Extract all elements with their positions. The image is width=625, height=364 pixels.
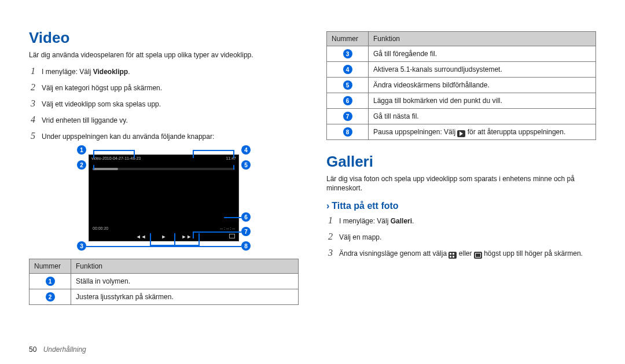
video-intro: Lär dig använda videospelaren för att sp…	[29, 50, 299, 60]
step-num: 2	[29, 80, 37, 94]
row-badge: 5	[343, 80, 352, 90]
step-text: I menyläge: Välj Videoklipp.	[42, 67, 130, 77]
callout-7: 7	[241, 227, 251, 236]
table-header-number: Nummer	[327, 32, 369, 46]
step-text: Ändra visningsläge genom att välja eller…	[339, 248, 583, 259]
row-badge: 3	[343, 49, 352, 58]
aspect-icon	[229, 234, 235, 238]
player-controls: ◄◄►►►	[89, 234, 238, 240]
gallery-intro: Lär dig visa foton och spela upp videokl…	[326, 174, 596, 193]
player-progress	[93, 168, 235, 170]
row-text: Gå till föregående fil.	[369, 46, 596, 62]
step-text: Vrid enheten till liggande vy.	[42, 115, 128, 126]
row-text: Aktivera 5.1-kanals surroundljudsystemet…	[369, 62, 596, 78]
chevron-right-icon: ›	[326, 201, 329, 211]
row-text: Ändra videoskärmens bildförhållande.	[369, 78, 596, 93]
step-num: 1	[326, 214, 334, 227]
footer-section: Underhållning	[43, 345, 86, 354]
callout-3: 3	[77, 241, 86, 251]
table-row: 5Ändra videoskärmens bildförhållande.	[327, 78, 596, 93]
table-header-function: Funktion	[369, 32, 596, 46]
table-header-number: Nummer	[30, 259, 71, 274]
page-number: 50	[29, 345, 36, 354]
step-num: 5	[29, 129, 37, 143]
table-row: 8 Pausa uppspelningen: Välj för att åter…	[327, 124, 596, 140]
row-text: Ställa in volymen.	[71, 274, 299, 289]
step-num: 1	[29, 64, 37, 78]
player-time-remaining: -- : -- : --	[220, 226, 235, 230]
step-num: 2	[326, 230, 334, 244]
step-text: Välj ett videoklipp som ska spelas upp.	[42, 99, 161, 109]
row-badge: 1	[46, 277, 55, 286]
table-header-function: Funktion	[71, 259, 299, 274]
callout-6: 6	[241, 212, 251, 222]
table-row: 3Gå till föregående fil.	[327, 46, 596, 62]
grid-icon	[448, 252, 457, 259]
table-row: 6Lägga till bokmärken vid den punkt du v…	[327, 93, 596, 109]
player-clock: 11:47	[226, 156, 236, 160]
row-badge: 2	[46, 292, 55, 302]
player-time-current: 00:00:20	[93, 226, 108, 230]
table-row: 1 Ställa in volymen.	[30, 274, 299, 289]
callout-1: 1	[77, 145, 86, 155]
gallery-heading: Galleri	[326, 153, 596, 171]
video-player: video-2010-04-27-11-48-23 11:47 00:00:20…	[89, 155, 239, 241]
row-badge: 7	[343, 112, 352, 121]
callout-4: 4	[241, 145, 251, 155]
gallery-subheading: ›Titta på ett foto	[326, 201, 596, 211]
gallery-steps: 1 I menyläge: Välj Galleri. 2 Välj en ma…	[326, 214, 596, 260]
legend-table-right: Nummer Funktion 3Gå till föregående fil.…	[326, 31, 596, 140]
row-badge: 6	[343, 96, 352, 105]
row-badge: 4	[343, 65, 352, 74]
row-badge: 8	[343, 127, 352, 137]
row-text: Pausa uppspelningen: Välj för att återup…	[369, 124, 596, 140]
single-view-icon	[474, 252, 482, 259]
step-text: Under uppspelningen kan du använda följa…	[42, 131, 214, 142]
callout-2: 2	[77, 160, 86, 170]
callout-8: 8	[241, 241, 251, 251]
callout-5: 5	[241, 160, 251, 170]
step-num: 3	[29, 97, 37, 111]
page-footer: 50 Underhållning	[29, 345, 86, 354]
step-text: Välj en mapp.	[339, 232, 381, 242]
legend-table-left: Nummer Funktion 1 Ställa in volymen. 2 J…	[29, 259, 299, 305]
step-text: I menyläge: Välj Galleri.	[339, 216, 414, 226]
step-text: Välj en kategori högst upp på skärmen.	[42, 83, 162, 93]
video-steps: 1 I menyläge: Välj Videoklipp. 2 Välj en…	[29, 64, 299, 143]
row-text: Gå till nästa fil.	[369, 109, 596, 124]
row-text: Justera ljusstyrkan på skärmen.	[71, 289, 299, 305]
row-text: Lägga till bokmärken vid den punkt du vi…	[369, 93, 596, 109]
table-row: 2 Justera ljusstyrkan på skärmen.	[30, 289, 299, 305]
table-row: 4Aktivera 5.1-kanals surroundljudsysteme…	[327, 62, 596, 78]
step-num: 3	[326, 246, 334, 260]
step-num: 4	[29, 113, 37, 127]
video-heading: Video	[29, 29, 299, 47]
table-row: 7Gå till nästa fil.	[327, 109, 596, 124]
play-icon	[457, 130, 465, 137]
video-player-figure: video-2010-04-27-11-48-23 11:47 00:00:20…	[65, 148, 262, 252]
